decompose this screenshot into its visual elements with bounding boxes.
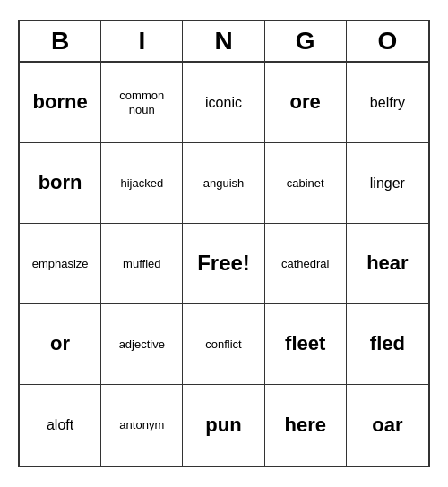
bingo-cell: ore xyxy=(265,63,347,143)
bingo-cell: borne xyxy=(20,63,101,143)
bingo-cell: muffled xyxy=(101,224,183,304)
bingo-cell: conflict xyxy=(183,304,264,385)
header-letter: I xyxy=(101,21,183,61)
bingo-cell: pun xyxy=(183,385,264,466)
bingo-cell: adjective xyxy=(101,304,183,385)
bingo-header: BINGO xyxy=(20,21,428,63)
bingo-cell: common noun xyxy=(101,63,183,143)
bingo-cell: cabinet xyxy=(265,143,347,224)
header-letter: N xyxy=(183,21,264,61)
bingo-cell: fleet xyxy=(265,304,347,385)
bingo-grid: bornecommon nouniconicorebelfrybornhijac… xyxy=(20,63,428,466)
bingo-cell: emphasize xyxy=(20,224,101,304)
bingo-cell: born xyxy=(20,143,101,224)
bingo-cell: hijacked xyxy=(101,143,183,224)
bingo-board: BINGO bornecommon nouniconicorebelfrybor… xyxy=(18,20,430,467)
header-letter: B xyxy=(20,21,101,61)
bingo-cell: anguish xyxy=(183,143,264,224)
header-letter: G xyxy=(265,21,347,61)
bingo-cell: Free! xyxy=(183,224,264,304)
bingo-cell: iconic xyxy=(183,63,264,143)
bingo-cell: antonym xyxy=(101,385,183,466)
bingo-cell: hear xyxy=(347,224,428,304)
bingo-cell: aloft xyxy=(20,385,101,466)
bingo-cell: or xyxy=(20,304,101,385)
header-letter: O xyxy=(347,21,428,61)
bingo-cell: here xyxy=(265,385,347,466)
bingo-cell: linger xyxy=(347,143,428,224)
bingo-cell: cathedral xyxy=(265,224,347,304)
bingo-cell: fled xyxy=(347,304,428,385)
bingo-cell: oar xyxy=(347,385,428,466)
bingo-cell: belfry xyxy=(347,63,428,143)
